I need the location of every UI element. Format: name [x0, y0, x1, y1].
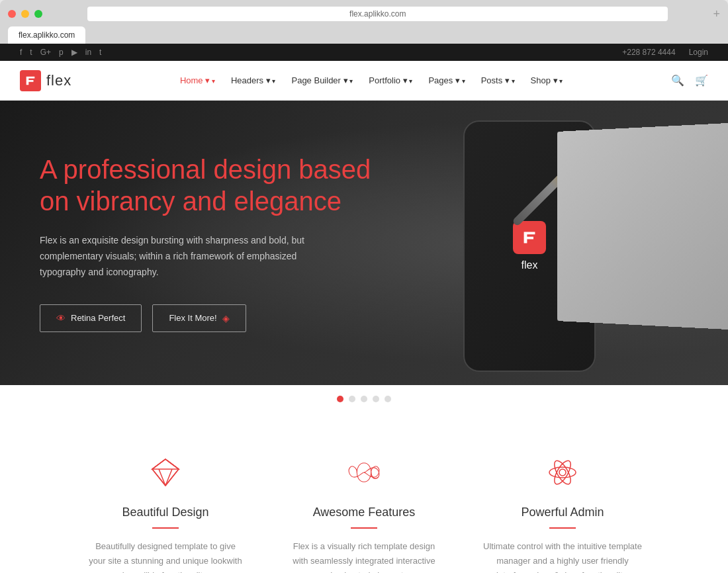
tumblr-icon[interactable]: t: [99, 48, 101, 57]
browser-tabs: flex.aplikko.com: [8, 26, 720, 44]
search-icon[interactable]: 🔍: [671, 74, 684, 87]
feature-features-title: Awesome Features: [285, 506, 443, 519]
nav-posts[interactable]: Posts ▾: [481, 75, 515, 85]
active-tab[interactable]: flex.aplikko.com: [8, 26, 85, 44]
minimize-button[interactable]: [21, 10, 29, 18]
logo[interactable]: flex: [20, 70, 71, 91]
new-tab-button[interactable]: +: [713, 7, 720, 21]
cart-icon[interactable]: 🛒: [695, 74, 708, 87]
svg-line-5: [165, 469, 179, 486]
feature-design: Beautiful Design Beautifully designed te…: [66, 453, 265, 573]
svg-marker-0: [152, 459, 179, 486]
slider-dot-2[interactable]: [349, 396, 355, 402]
phone-number: +228 872 4444: [622, 48, 675, 57]
svg-line-3: [165, 459, 179, 469]
login-link[interactable]: Login: [689, 48, 708, 57]
phone-logo-icon: [513, 221, 546, 254]
retina-button-label: Retina Perfect: [71, 313, 125, 323]
feature-features-underline: [351, 527, 377, 529]
hero-content: A professional design based on vibrancy …: [40, 154, 384, 331]
svg-line-6: [159, 469, 165, 486]
nav-headers[interactable]: Headers ▾: [231, 75, 276, 85]
slider-dots: [0, 385, 728, 413]
nav-pages[interactable]: Pages ▾: [428, 75, 465, 85]
logo-icon: [20, 70, 41, 91]
browser-chrome: flex.aplikko.com + flex.aplikko.com: [0, 0, 728, 44]
slider-dot-5[interactable]: [385, 396, 391, 402]
address-bar[interactable]: flex.aplikko.com: [87, 7, 668, 21]
nav-portfolio[interactable]: Portfolio ▾: [369, 75, 412, 85]
facebook-icon[interactable]: f: [20, 48, 22, 57]
hero-description: Flex is an exquisite design bursting wit…: [40, 233, 318, 280]
feature-admin-underline: [549, 527, 576, 529]
infinity-feature-icon: [285, 453, 443, 492]
atom-feature-icon: [483, 453, 642, 492]
feature-design-desc: Beautifully designed template to give yo…: [86, 539, 245, 573]
diamond-icon: ◈: [222, 313, 230, 324]
twitter-icon[interactable]: t: [30, 48, 32, 57]
slider-dot-4[interactable]: [373, 396, 379, 402]
navbar: flex Home ▾ Headers ▾ Page Builder ▾ Por…: [0, 61, 728, 101]
youtube-icon[interactable]: ▶: [71, 48, 77, 57]
social-icons: f t G+ p ▶ in t: [20, 48, 101, 57]
linkedin-icon[interactable]: in: [85, 48, 91, 57]
slider-dot-1[interactable]: [337, 396, 343, 402]
svg-point-8: [559, 469, 566, 476]
feature-admin-title: Powerful Admin: [483, 506, 642, 519]
feature-features-desc: Flex is a visually rich template design …: [285, 539, 443, 573]
eye-icon: 👁: [56, 313, 66, 324]
flex-button-label: Flex It More!: [169, 313, 216, 323]
nav-icons: 🔍 🛒: [671, 74, 708, 87]
top-bar: f t G+ p ▶ in t +228 872 4444 Login: [0, 44, 728, 61]
svg-line-7: [165, 469, 172, 486]
svg-marker-1: [152, 459, 179, 469]
nav-home[interactable]: Home ▾: [180, 75, 215, 85]
maximize-button[interactable]: [34, 10, 42, 18]
feature-admin: Powerful Admin Ultimate control with the…: [463, 453, 662, 573]
top-bar-right: +228 872 4444 Login: [622, 48, 708, 57]
nav-menu: Home ▾ Headers ▾ Page Builder ▾ Portfoli…: [180, 75, 563, 85]
phone-logo-text: flex: [522, 259, 538, 271]
hero-section: flex A professional design based on vibr…: [0, 101, 728, 385]
close-button[interactable]: [8, 10, 16, 18]
slider-dot-3[interactable]: [361, 396, 367, 402]
svg-line-2: [152, 459, 165, 469]
retina-perfect-button[interactable]: 👁 Retina Perfect: [40, 304, 142, 332]
nav-shop[interactable]: Shop ▾: [531, 75, 563, 85]
logo-text: flex: [46, 72, 71, 89]
nav-page-builder[interactable]: Page Builder ▾: [291, 75, 353, 85]
hero-title: A professional design based on vibrancy …: [40, 154, 384, 217]
diamond-feature-icon: [86, 453, 245, 492]
laptop-mockup: [557, 122, 728, 330]
feature-design-title: Beautiful Design: [86, 506, 245, 519]
website-container: f t G+ p ▶ in t +228 872 4444 Login flex…: [0, 44, 728, 573]
googleplus-icon[interactable]: G+: [40, 48, 51, 57]
browser-titlebar: flex.aplikko.com +: [8, 7, 720, 21]
feature-design-underline: [152, 527, 179, 529]
feature-features: Awesome Features Flex is a visually rich…: [265, 453, 463, 573]
pinterest-icon[interactable]: p: [59, 48, 64, 57]
feature-admin-desc: Ultimate control with the intuitive temp…: [483, 539, 642, 573]
svg-line-4: [152, 469, 165, 486]
flex-more-button[interactable]: Flex It More! ◈: [152, 304, 246, 332]
features-section: Beautiful Design Beautifully designed te…: [0, 413, 728, 573]
hero-buttons: 👁 Retina Perfect Flex It More! ◈: [40, 304, 384, 332]
